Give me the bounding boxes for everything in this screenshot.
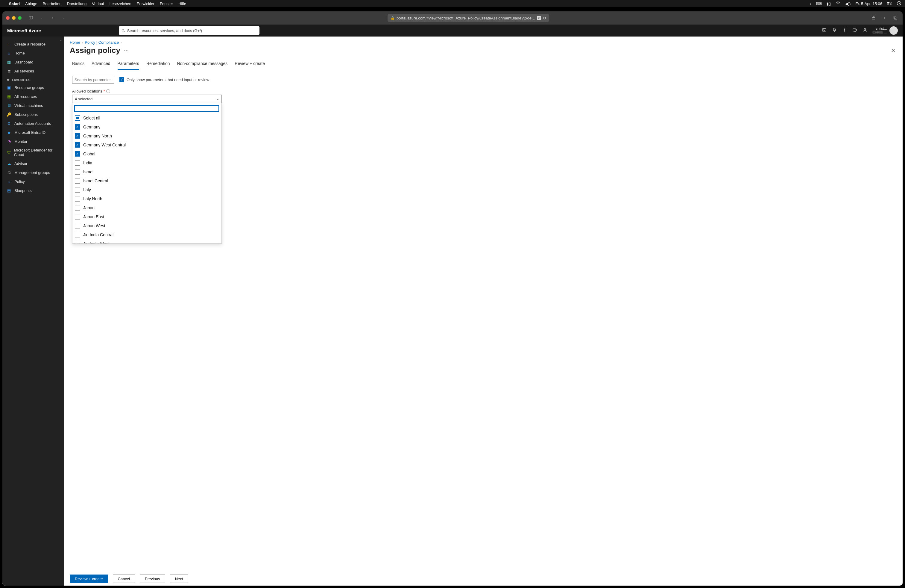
breadcrumb-policy-compliance[interactable]: Policy | Compliance	[85, 40, 119, 44]
cloud-shell-icon[interactable]	[822, 27, 827, 33]
checkbox-icon[interactable]: ✓	[75, 142, 80, 148]
sidebar-item[interactable]: ▣Resource groups	[2, 83, 64, 92]
checkbox-icon[interactable]	[75, 178, 80, 184]
previous-button[interactable]: Previous	[140, 575, 165, 583]
checkbox-icon[interactable]	[75, 169, 80, 175]
dropdown-option[interactable]: Jio India Central	[72, 230, 221, 239]
cancel-button[interactable]: Cancel	[113, 575, 135, 583]
checkbox-icon[interactable]	[75, 241, 80, 244]
window-minimize-icon[interactable]	[12, 16, 16, 20]
tab-basics[interactable]: Basics	[72, 61, 84, 70]
sidebar-item[interactable]: ◔Monitor	[2, 137, 64, 146]
reload-icon[interactable]: ↻	[543, 16, 546, 21]
chevron-down-icon[interactable]: ⌄	[38, 16, 46, 20]
volume-icon[interactable]: ◀))	[845, 2, 851, 6]
checkbox-icon[interactable]	[75, 187, 80, 192]
sidebar-item[interactable]: ▤Blueprints	[2, 186, 64, 195]
menubar-item[interactable]: Ablage	[25, 2, 37, 6]
dropdown-filter-input[interactable]	[74, 105, 219, 112]
menubar-app[interactable]: Safari	[9, 2, 20, 6]
checkbox-icon[interactable]: ✓	[75, 133, 80, 138]
keyboard-icon[interactable]: ⌨	[816, 2, 822, 6]
sidebar-toggle-icon[interactable]	[27, 15, 35, 21]
tabs-overview-icon[interactable]	[891, 15, 899, 21]
checkbox-icon[interactable]	[75, 196, 80, 202]
checkbox-icon[interactable]	[75, 160, 80, 165]
more-actions-icon[interactable]: ⋯	[124, 48, 129, 53]
tab-non-compliance-messages[interactable]: Non-compliance messages	[177, 61, 227, 70]
sidebar-item[interactable]: ⚙Automation Accounts	[2, 119, 64, 128]
allowed-locations-dropdown[interactable]: 4 selected ⌄	[72, 95, 222, 103]
settings-icon[interactable]	[842, 27, 847, 33]
tab-review-create[interactable]: Review + create	[235, 61, 265, 70]
wifi-icon[interactable]	[835, 1, 840, 6]
sidebar-item[interactable]: ⌂Home	[2, 49, 64, 57]
sidebar-item[interactable]: ▦All resources	[2, 92, 64, 101]
dropdown-option[interactable]: Japan East	[72, 212, 221, 221]
tab-remediation[interactable]: Remediation	[146, 61, 170, 70]
window-controls[interactable]	[6, 16, 22, 20]
menubar-item[interactable]: Verlauf	[92, 2, 104, 6]
portal-search-input[interactable]: Search resources, services, and docs (G+…	[119, 26, 259, 35]
dropdown-option[interactable]: Jio India West	[72, 239, 221, 244]
sidebar-item[interactable]: ＋Create a resource	[2, 40, 64, 49]
dropdown-option[interactable]: Israel	[72, 167, 221, 176]
menubar-item[interactable]: Bearbeiten	[43, 2, 62, 6]
window-maximize-icon[interactable]	[18, 16, 22, 20]
review-create-button[interactable]: Review + create	[70, 575, 108, 583]
dropdown-option[interactable]: Italy North	[72, 194, 221, 203]
info-icon[interactable]: i	[106, 89, 110, 93]
battery-icon[interactable]: ▮▯	[827, 2, 831, 6]
azure-logo[interactable]: Microsoft Azure	[7, 28, 41, 33]
sidebar-collapse-icon[interactable]: «	[60, 38, 62, 43]
dropdown-option[interactable]: Italy	[72, 185, 221, 194]
checkbox-icon[interactable]: ✓	[75, 124, 80, 130]
menubar-item[interactable]: Hilfe	[178, 2, 186, 6]
sidebar-item[interactable]: 🖥Virtual machines	[2, 101, 64, 110]
next-button[interactable]: Next	[170, 575, 188, 583]
nav-back-icon[interactable]: ‹	[810, 2, 811, 6]
dropdown-option[interactable]: Japan West	[72, 221, 221, 230]
menubar-item[interactable]: Lesezeichen	[110, 2, 132, 6]
sidebar-item[interactable]: ◇Policy	[2, 177, 64, 186]
feedback-icon[interactable]	[862, 27, 867, 33]
address-bar[interactable]: 🔒 portal.azure.com/#view/Microsoft_Azure…	[387, 14, 549, 22]
sidebar-item[interactable]: ◆Microsoft Entra ID	[2, 128, 64, 137]
checkbox-icon[interactable]: ✓	[75, 151, 80, 157]
translate-icon[interactable]: 🅰	[537, 16, 541, 21]
menubar-item[interactable]: Entwickler	[137, 2, 154, 6]
share-icon[interactable]	[870, 15, 878, 21]
clock-circle-icon[interactable]	[897, 1, 902, 6]
dropdown-option[interactable]: ✓Germany	[72, 122, 221, 132]
dropdown-option[interactable]: ✓Germany West Central	[72, 140, 221, 149]
checkbox-indeterminate-icon[interactable]	[75, 115, 80, 121]
sidebar-item[interactable]: 🔑Subscriptions	[2, 110, 64, 119]
checkbox-icon[interactable]	[75, 232, 80, 237]
checkbox-icon[interactable]	[75, 205, 80, 210]
close-icon[interactable]: ✕	[890, 46, 897, 55]
tab-advanced[interactable]: Advanced	[92, 61, 110, 70]
select-all-option[interactable]: Select all	[72, 113, 221, 122]
dropdown-option[interactable]: Israel Central	[72, 176, 221, 185]
dropdown-option[interactable]: ✓Germany North	[72, 132, 221, 140]
account-menu[interactable]: christ… CHRIS …	[873, 26, 898, 35]
nav-forward-icon[interactable]: ›	[59, 16, 67, 21]
notifications-icon[interactable]	[832, 27, 837, 33]
sidebar-item[interactable]: ▦Dashboard	[2, 57, 64, 67]
help-icon[interactable]	[852, 27, 857, 33]
window-close-icon[interactable]	[6, 16, 10, 20]
sidebar-item[interactable]: ⌬Management groups	[2, 168, 64, 177]
checkbox-icon[interactable]	[75, 214, 80, 219]
dropdown-option[interactable]: India	[72, 158, 221, 167]
menubar-clock[interactable]: Fr. 5-Apr. 15:06	[855, 2, 882, 6]
menubar-item[interactable]: Fenster	[160, 2, 173, 6]
checkbox-icon[interactable]: ✓	[119, 77, 124, 82]
parameter-search-input[interactable]	[72, 76, 114, 84]
dropdown-option[interactable]: ✓Global	[72, 149, 221, 158]
sidebar-item[interactable]: 🛡Microsoft Defender for Cloud	[2, 146, 64, 159]
nav-back-icon[interactable]: ‹	[49, 16, 56, 21]
tab-parameters[interactable]: Parameters	[117, 61, 139, 70]
breadcrumb-home[interactable]: Home	[70, 40, 80, 44]
sidebar-item[interactable]: ≣All services	[2, 67, 64, 75]
checkbox-icon[interactable]	[75, 223, 80, 229]
